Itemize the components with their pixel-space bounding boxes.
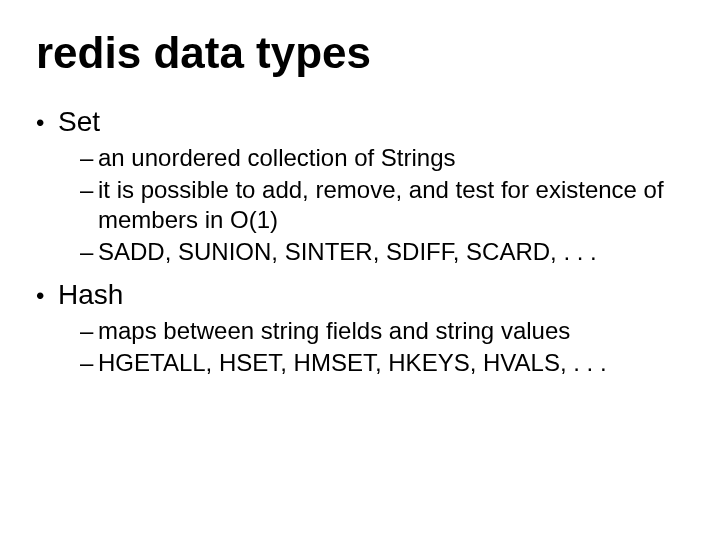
bullet-hash: • Hash – maps between string fields and … (36, 277, 684, 378)
sub-text: maps between string fields and string va… (98, 316, 570, 346)
slide: redis data types • Set – an unordered co… (0, 0, 720, 378)
sub-list-hash: – maps between string fields and string … (36, 316, 684, 378)
sub-text: an unordered collection of Strings (98, 143, 456, 173)
bullet-list: • Set – an unordered collection of Strin… (36, 104, 684, 378)
sub-item: – SADD, SUNION, SINTER, SDIFF, SCARD, . … (80, 237, 684, 267)
sub-item: – an unordered collection of Strings (80, 143, 684, 173)
sub-item: – maps between string fields and string … (80, 316, 684, 346)
sub-text: it is possible to add, remove, and test … (98, 175, 684, 235)
bullet-dot-icon: • (36, 109, 58, 138)
dash-icon: – (80, 348, 98, 378)
sub-item: – it is possible to add, remove, and tes… (80, 175, 684, 235)
bullet-label: Set (58, 104, 100, 139)
sub-text: HGETALL, HSET, HMSET, HKEYS, HVALS, . . … (98, 348, 607, 378)
bullet-dot-icon: • (36, 282, 58, 311)
bullet-label: Hash (58, 277, 123, 312)
dash-icon: – (80, 316, 98, 346)
dash-icon: – (80, 143, 98, 173)
dash-icon: – (80, 175, 98, 205)
slide-title: redis data types (36, 28, 684, 78)
bullet-row: • Hash (36, 277, 684, 312)
sub-text: SADD, SUNION, SINTER, SDIFF, SCARD, . . … (98, 237, 597, 267)
bullet-set: • Set – an unordered collection of Strin… (36, 104, 684, 267)
sub-item: – HGETALL, HSET, HMSET, HKEYS, HVALS, . … (80, 348, 684, 378)
bullet-row: • Set (36, 104, 684, 139)
dash-icon: – (80, 237, 98, 267)
sub-list-set: – an unordered collection of Strings – i… (36, 143, 684, 267)
